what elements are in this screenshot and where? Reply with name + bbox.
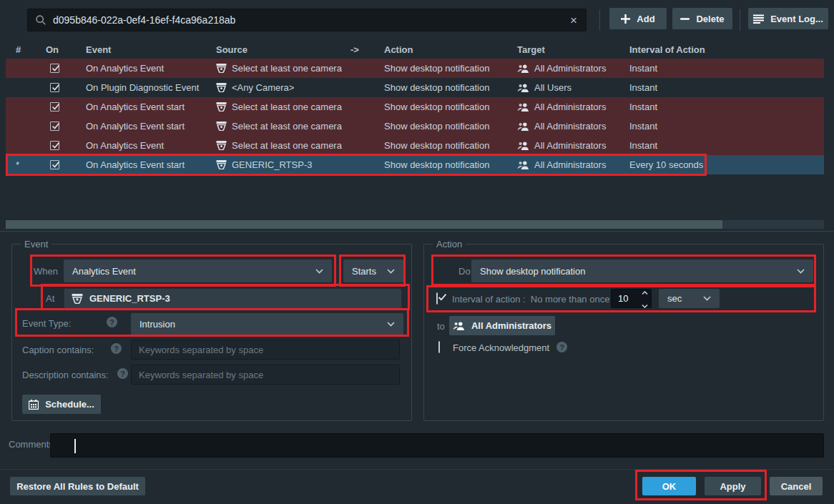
force-acknowledgment-checkbox-unchecked[interactable] <box>438 341 440 353</box>
apply-button-label: Apply <box>720 481 745 492</box>
search-field[interactable]: × <box>27 9 587 31</box>
caption-contains-field[interactable] <box>131 340 400 360</box>
camera-icon <box>216 160 227 169</box>
row-action: Show desktop notification <box>378 82 511 93</box>
row-target: All Administrators <box>534 121 606 132</box>
action-group-title: Action <box>433 239 466 249</box>
table-row[interactable]: On Analytics Event Select at least one c… <box>6 59 824 78</box>
horizontal-scrollbar[interactable] <box>6 220 824 229</box>
ok-button[interactable]: OK <box>642 477 696 495</box>
table-row[interactable]: On Analytics Event start Select at least… <box>6 117 824 136</box>
row-checkbox-checked[interactable] <box>50 122 59 131</box>
scrollbar-thumb[interactable] <box>6 220 722 229</box>
interval-value-spinner[interactable]: 10 <box>611 289 652 308</box>
event-log-button[interactable]: Event Log... <box>748 8 828 29</box>
header-arrow[interactable]: -> <box>345 44 378 55</box>
table-header: # On Event Source -> Action Target Inter… <box>6 40 824 59</box>
when-label: When <box>34 266 58 277</box>
starts-dropdown-value: Starts <box>352 266 376 277</box>
header-source[interactable]: Source <box>210 44 345 55</box>
schedule-button[interactable]: Schedule... <box>22 395 101 414</box>
caption-contains-label: Caption contains: <box>22 345 94 355</box>
users-icon <box>453 322 465 330</box>
clear-search-icon[interactable]: × <box>569 14 579 26</box>
help-icon[interactable]: ? <box>111 343 122 354</box>
interval-checkbox-checked[interactable] <box>436 292 438 305</box>
row-checkbox-checked[interactable] <box>50 83 59 92</box>
ok-button-label: OK <box>662 481 677 492</box>
row-num: * <box>6 159 40 170</box>
table-row[interactable]: On Plugin Diagnostic Event <Any Camera> … <box>6 78 824 97</box>
row-interval: Instant <box>624 140 824 151</box>
add-button[interactable]: Add <box>609 8 667 29</box>
row-checkbox-checked[interactable] <box>50 141 59 150</box>
chevron-down-icon <box>387 322 395 327</box>
minus-icon <box>680 14 690 24</box>
delete-button[interactable]: Delete <box>672 8 732 29</box>
at-camera-field[interactable]: GENERIC_RTSP-3 <box>64 288 402 309</box>
spinner-up-icon[interactable] <box>642 287 648 297</box>
table-row[interactable]: On Analytics Event Select at least one c… <box>6 136 824 155</box>
event-type-value: Intrusion <box>139 319 175 330</box>
help-icon[interactable]: ? <box>107 317 117 327</box>
camera-icon <box>216 83 227 92</box>
interval-unit-dropdown[interactable]: sec <box>659 289 720 308</box>
event-group-title: Event <box>21 239 51 249</box>
header-target[interactable]: Target <box>511 44 624 55</box>
help-icon[interactable]: ? <box>556 342 567 352</box>
search-input[interactable] <box>53 14 562 26</box>
restore-defaults-button[interactable]: Restore All Rules to Default <box>10 477 145 495</box>
row-checkbox-checked[interactable] <box>50 102 59 112</box>
event-type-dropdown[interactable]: Intrusion <box>131 313 403 335</box>
description-contains-input[interactable] <box>139 370 392 380</box>
row-interval: Every 10 seconds <box>624 159 824 170</box>
description-contains-field[interactable] <box>131 365 400 385</box>
to-recipients-label: All Administrators <box>471 320 551 331</box>
header-action[interactable]: Action <box>378 44 511 55</box>
row-target: All Users <box>534 82 571 93</box>
when-event-type-dropdown[interactable]: Analytics Event <box>64 260 332 282</box>
comments-field[interactable] <box>50 433 824 458</box>
header-interval[interactable]: Interval of Action <box>624 44 824 55</box>
to-recipients-button[interactable]: All Administrators <box>449 316 555 335</box>
at-label: At <box>46 293 54 304</box>
row-action: Show desktop notification <box>378 121 511 132</box>
table-row-selected[interactable]: * On Analytics Event start GENERIC_RTSP-… <box>6 155 824 174</box>
help-icon[interactable]: ? <box>117 368 128 379</box>
header-on[interactable]: On <box>40 44 80 55</box>
caption-contains-input[interactable] <box>139 345 392 355</box>
section-divider <box>0 231 834 232</box>
cancel-button-label: Cancel <box>781 481 812 492</box>
apply-button[interactable]: Apply <box>705 477 761 495</box>
at-field-value: GENERIC_RTSP-3 <box>89 293 170 304</box>
event-log-button-label: Event Log... <box>770 14 823 24</box>
spinner-down-icon[interactable] <box>642 300 648 310</box>
row-event: On Analytics Event <box>80 63 210 74</box>
calendar-icon <box>29 400 39 410</box>
row-action: Show desktop notification <box>378 102 511 112</box>
delete-button-label: Delete <box>696 14 724 24</box>
row-interval: Instant <box>624 102 824 112</box>
header-event[interactable]: Event <box>80 44 210 55</box>
force-acknowledgment-label: Force Acknowledgment <box>453 342 549 353</box>
row-target: All Administrators <box>534 102 606 112</box>
cancel-button[interactable]: Cancel <box>770 477 823 495</box>
row-checkbox-checked[interactable] <box>50 160 59 169</box>
action-groupbox: Action Do Show desktop notification Inte… <box>423 244 824 421</box>
users-icon <box>517 142 529 150</box>
table-row[interactable]: On Analytics Event start Select at least… <box>6 97 824 117</box>
row-checkbox-checked[interactable] <box>50 64 59 73</box>
row-action: Show desktop notification <box>378 63 511 74</box>
do-action-dropdown[interactable]: Show desktop notification <box>471 260 813 282</box>
starts-dropdown[interactable]: Starts <box>343 260 403 282</box>
header-num[interactable]: # <box>6 44 40 55</box>
text-cursor <box>74 439 76 453</box>
row-source: <Any Camera> <box>232 82 294 93</box>
add-button-label: Add <box>637 14 654 24</box>
chevron-down-icon <box>315 269 323 274</box>
users-icon <box>517 84 529 92</box>
camera-icon <box>216 64 227 73</box>
chevron-down-icon <box>387 269 395 274</box>
row-event: On Analytics Event <box>80 140 210 151</box>
row-source: Select at least one camera <box>232 121 342 132</box>
